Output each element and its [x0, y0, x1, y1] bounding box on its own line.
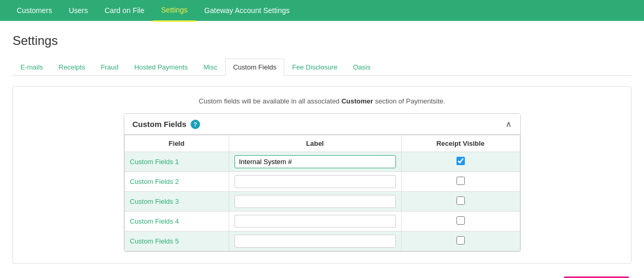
field-link-4[interactable]: Custom Fields 4 — [130, 217, 179, 225]
tab-fraud[interactable]: Fraud — [93, 59, 126, 76]
col-receipt: Receipt Visible — [401, 135, 520, 152]
content-area: Custom fields will be available in all a… — [13, 86, 631, 264]
receipt-visible-checkbox-5[interactable] — [456, 236, 465, 245]
label-input-2[interactable] — [235, 175, 396, 188]
tab-hosted-payments[interactable]: Hosted Payments — [126, 59, 196, 76]
field-link-1[interactable]: Custom Fields 1 — [130, 158, 179, 166]
label-input-4[interactable] — [235, 215, 396, 228]
help-icon[interactable]: ? — [191, 120, 200, 129]
tab-custom-fields[interactable]: Custom Fields — [225, 59, 284, 76]
nav-item-card-on-file[interactable]: Card on File — [96, 0, 153, 21]
page-title: Settings — [13, 33, 631, 48]
tab-receipts[interactable]: Receipts — [51, 59, 93, 76]
receipt-visible-checkbox-1[interactable] — [456, 157, 465, 165]
collapse-icon[interactable]: ∧ — [506, 119, 512, 129]
col-label: Label — [229, 135, 401, 152]
fields-table: Field Label Receipt Visible Custom Field… — [124, 135, 520, 251]
receipt-visible-checkbox-4[interactable] — [456, 216, 465, 225]
table-row: Custom Fields 3 — [124, 192, 520, 212]
description-prefix: Custom fields will be available in all a… — [199, 97, 342, 105]
description-suffix: section of Paymentsite. — [373, 97, 445, 105]
table-row: Custom Fields 2 — [124, 172, 520, 192]
table-header: Field Label Receipt Visible — [124, 135, 520, 152]
nav-item-settings[interactable]: Settings — [153, 0, 196, 22]
tab-fee-disclosure[interactable]: Fee Disclosure — [284, 59, 345, 76]
col-field: Field — [124, 135, 229, 152]
custom-fields-card: Custom Fields ? ∧ Field Label Receipt Vi… — [124, 113, 521, 252]
tab-misc[interactable]: Misc — [196, 59, 226, 76]
tabs-container: E-mailsReceiptsFraudHosted PaymentsMiscC… — [13, 59, 631, 76]
table-row: Custom Fields 1 — [124, 152, 520, 172]
main-content: Settings E-mailsReceiptsFraudHosted Paym… — [0, 21, 644, 278]
label-input-1[interactable] — [235, 155, 396, 168]
label-input-5[interactable] — [235, 235, 396, 248]
tab-oasis[interactable]: Oasis — [345, 59, 378, 76]
receipt-visible-checkbox-2[interactable] — [456, 177, 465, 185]
table-body: Custom Fields 1Custom Fields 2Custom Fie… — [124, 152, 520, 251]
label-input-3[interactable] — [235, 195, 396, 208]
tab-e-mails[interactable]: E-mails — [13, 59, 51, 76]
table-row: Custom Fields 5 — [124, 231, 520, 251]
top-nav: CustomersUsersCard on FileSettingsGatewa… — [0, 0, 644, 21]
description-bold: Customer — [342, 97, 373, 105]
table-row: Custom Fields 4 — [124, 212, 520, 231]
field-link-3[interactable]: Custom Fields 3 — [130, 198, 179, 205]
description-text: Custom fields will be available in all a… — [24, 97, 620, 105]
field-link-2[interactable]: Custom Fields 2 — [130, 178, 179, 186]
card-header: Custom Fields ? ∧ — [124, 114, 520, 135]
field-link-5[interactable]: Custom Fields 5 — [130, 237, 179, 245]
card-title: Custom Fields — [133, 120, 186, 129]
nav-item-users[interactable]: Users — [61, 0, 97, 21]
nav-item-gateway-account-settings[interactable]: Gateway Account Settings — [196, 0, 298, 21]
nav-item-customers[interactable]: Customers — [8, 0, 61, 21]
receipt-visible-checkbox-3[interactable] — [456, 196, 465, 205]
